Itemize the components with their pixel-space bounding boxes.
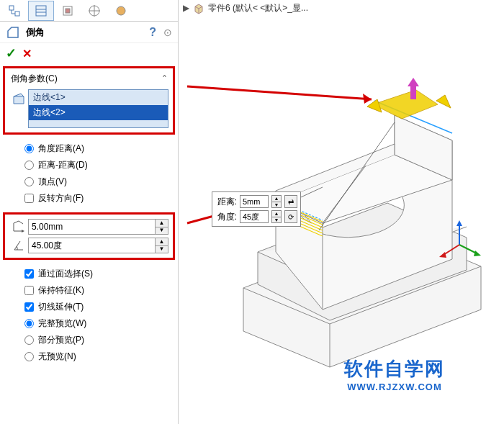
selection-item[interactable]: 边线<1>	[29, 90, 168, 105]
watermark-cn: 软件自学网	[344, 356, 445, 382]
radio-distance-distance[interactable]	[24, 161, 34, 170]
chamfer-params-group: 倒角参数(C) ˄ 边线<1> 边线<2>	[3, 66, 175, 135]
feature-header: 倒角 ? ⊙	[0, 22, 178, 43]
svg-point-12	[117, 6, 125, 15]
radio-partial-preview[interactable]	[24, 335, 34, 345]
tab-config[interactable]	[55, 1, 81, 21]
label-distance-distance: 距离-距离(D)	[38, 159, 88, 171]
watermark: 软件自学网 WWW.RJZXW.COM	[344, 356, 445, 392]
watermark-en: WWW.RJZXW.COM	[344, 382, 445, 392]
svg-marker-15	[22, 230, 24, 233]
svg-marker-25	[436, 95, 451, 108]
radio-full-preview[interactable]	[24, 319, 34, 328]
checkbox-through-face[interactable]	[24, 269, 34, 279]
spin-down[interactable]: ▼	[156, 227, 168, 235]
edge-select-icon	[9, 89, 28, 118]
chamfer-icon	[6, 25, 20, 40]
chamfer-type-options: 角度距离(A) 距离-距离(D) 顶点(V) 反转方向(F)	[0, 137, 178, 209]
panel-tab-bar	[0, 0, 178, 22]
callout-reverse-angle[interactable]: ⟳	[284, 210, 297, 223]
svg-marker-27	[408, 78, 419, 86]
checkbox-keep-feature[interactable]	[24, 286, 34, 295]
svg-rect-0	[9, 6, 14, 10]
callout-distance-spinner[interactable]: ▲▼	[271, 195, 282, 208]
callout-angle-input[interactable]	[240, 210, 269, 223]
group-title: 倒角参数(C)	[11, 73, 58, 85]
radio-vertex[interactable]	[24, 177, 34, 186]
pin-icon[interactable]: ⊙	[163, 27, 172, 38]
angle-spinner[interactable]: ▲▼	[156, 238, 168, 253]
label-angle-distance: 角度距离(A)	[38, 143, 84, 155]
property-panel: 倒角 ? ⊙ ✓ ✕ 倒角参数(C) ˄ 边线<1> 边线<2> 角度距离(A)…	[0, 0, 179, 424]
spin-down[interactable]: ▼	[156, 246, 168, 253]
distance-input[interactable]	[28, 219, 156, 235]
selection-list[interactable]: 边线<1> 边线<2>	[28, 89, 168, 128]
graphics-area[interactable]: ▶ 零件6 (默认< <默认>_显...	[179, 0, 504, 424]
label-partial-preview: 部分预览(P)	[38, 334, 84, 346]
help-icon[interactable]: ?	[149, 26, 156, 39]
svg-rect-26	[410, 86, 416, 99]
svg-rect-8	[66, 9, 70, 13]
dimension-params-group: ▲▼ ▲▼	[3, 212, 175, 260]
label-flip: 反转方向(F)	[38, 192, 84, 204]
tab-feature-tree[interactable]	[1, 1, 27, 21]
target-icon	[88, 4, 101, 17]
ok-cancel-bar: ✓ ✕	[0, 43, 178, 63]
selection-item[interactable]: 边线<2>	[29, 105, 168, 120]
display-icon	[114, 4, 127, 17]
ok-button[interactable]: ✓	[6, 45, 17, 61]
dimension-callout[interactable]: 距离: ▲▼ ⇄ 角度: ▲▼ ⟳	[212, 191, 301, 227]
angle-icon	[9, 238, 28, 253]
label-keep-feature: 保持特征(K)	[38, 284, 84, 297]
checkbox-flip[interactable]	[24, 194, 34, 203]
more-options: 通过面选择(S) 保持特征(K) 切线延伸(T) 完整预览(W) 部分预览(P)…	[0, 263, 178, 368]
radio-angle-distance[interactable]	[24, 144, 34, 153]
angle-input[interactable]	[28, 238, 156, 253]
label-through-face: 通过面选择(S)	[38, 268, 93, 280]
tree-icon	[8, 4, 21, 17]
svg-rect-1	[15, 12, 19, 16]
tab-display[interactable]	[108, 1, 134, 21]
spin-up[interactable]: ▲	[156, 220, 168, 227]
config-icon	[61, 4, 74, 17]
distance-spinner[interactable]: ▲▼	[156, 219, 168, 235]
distance-icon	[9, 220, 28, 234]
selection-row: 边线<1> 边线<2>	[6, 88, 171, 130]
label-vertex: 顶点(V)	[38, 176, 67, 188]
cancel-button[interactable]: ✕	[22, 47, 32, 60]
angle-param-row: ▲▼	[6, 236, 171, 255]
feature-title: 倒角	[26, 26, 45, 39]
label-full-preview: 完整预览(W)	[38, 317, 86, 330]
callout-angle-label: 角度:	[215, 211, 237, 223]
callout-angle-spinner[interactable]: ▲▼	[271, 210, 282, 223]
label-no-preview: 无预览(N)	[38, 351, 76, 363]
callout-distance-label: 距离:	[215, 196, 237, 208]
checkbox-tangent[interactable]	[24, 302, 34, 312]
svg-marker-24	[367, 99, 382, 112]
svg-rect-4	[36, 6, 46, 16]
callout-distance-input[interactable]	[240, 195, 269, 208]
tab-property-manager[interactable]	[28, 1, 54, 21]
callout-reverse-distance[interactable]: ⇄	[284, 195, 297, 208]
svg-marker-34	[474, 251, 481, 256]
group-header[interactable]: 倒角参数(C) ˄	[6, 70, 171, 88]
distance-param-row: ▲▼	[6, 217, 171, 236]
radio-no-preview[interactable]	[24, 352, 34, 361]
svg-marker-32	[456, 220, 462, 226]
spin-up[interactable]: ▲	[156, 238, 168, 246]
label-tangent: 切线延伸(T)	[38, 301, 84, 313]
tab-dimxpert[interactable]	[81, 1, 107, 21]
property-icon	[35, 4, 48, 17]
chevron-up-icon: ˄	[162, 73, 167, 85]
